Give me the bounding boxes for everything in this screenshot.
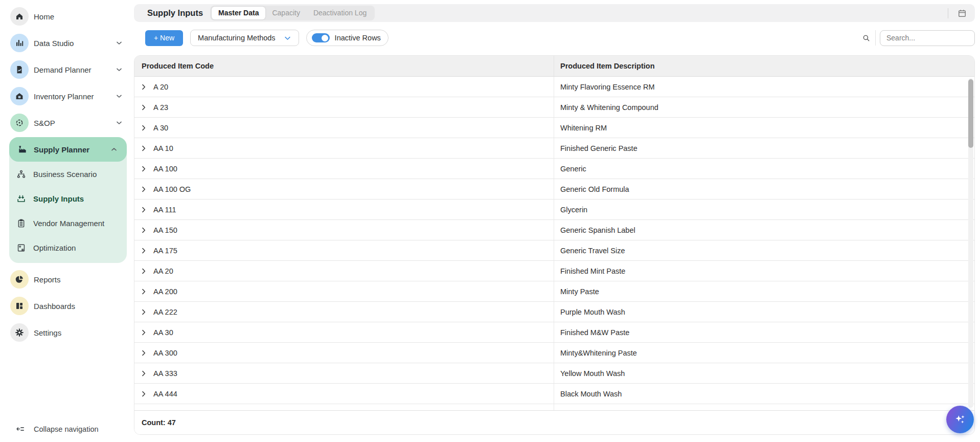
ai-assistant-fab[interactable] xyxy=(946,406,974,433)
sidebar-item-demand-planner[interactable]: Demand Planner xyxy=(0,56,132,83)
sidebar-item-label: Settings xyxy=(34,328,61,337)
expand-row-icon[interactable] xyxy=(140,226,148,234)
item-description: Black Mouth Wash xyxy=(560,390,622,398)
cell-produced-item-code: AA 111 xyxy=(134,200,554,219)
expand-row-icon[interactable] xyxy=(140,288,148,296)
collapse-navigation-label: Collapse navigation xyxy=(34,425,99,433)
sidebar-group-supply-planner: Supply Planner Business Scenario Supply … xyxy=(9,137,127,263)
expand-row-icon[interactable] xyxy=(140,390,148,398)
table-row[interactable]: AA 30Finished M&W Paste xyxy=(134,322,974,343)
cell-produced-item-description: Generic xyxy=(554,159,974,179)
sidebar-item-label: Home xyxy=(34,12,54,21)
toggle-switch[interactable] xyxy=(312,33,330,42)
expand-row-icon[interactable] xyxy=(140,247,148,255)
tab-master-data[interactable]: Master Data xyxy=(212,7,265,19)
chevron-down-icon xyxy=(115,92,123,100)
cell-produced-item-code: AA 333 xyxy=(134,363,554,383)
table-row[interactable]: A 20Minty Flavoring Essence RM xyxy=(134,77,974,97)
item-description: Whitening RM xyxy=(560,124,607,132)
sidebar-item-label: Supply Inputs xyxy=(33,194,84,203)
scrollbar-thumb[interactable] xyxy=(968,79,973,148)
sidebar-item-vendor-management[interactable]: Vendor Management xyxy=(9,211,127,235)
sidebar-item-label: Dashboards xyxy=(34,302,75,311)
cell-produced-item-description: Finished Mint Paste xyxy=(554,261,974,281)
item-code: AA 30 xyxy=(153,328,173,337)
sidebar-item-supply-inputs[interactable]: Supply Inputs xyxy=(9,186,127,211)
sidebar-item-reports[interactable]: Reports xyxy=(0,266,132,293)
item-description: Glycerin xyxy=(560,206,587,214)
cell-produced-item-code: AA 444 xyxy=(134,384,554,404)
expand-row-icon[interactable] xyxy=(140,206,148,214)
table-row[interactable]: AA 10Finished Generic Paste xyxy=(134,138,974,159)
calendar-button[interactable] xyxy=(955,7,969,20)
item-code: AA 300 xyxy=(153,349,177,357)
sidebar-item-supply-planner[interactable]: Supply Planner xyxy=(9,137,127,162)
expand-row-icon[interactable] xyxy=(140,103,148,112)
table-row[interactable]: AA 20Finished Mint Paste xyxy=(134,261,974,281)
table-row[interactable]: AA 333Yellow Mouth Wash xyxy=(134,363,974,384)
new-button[interactable]: + New xyxy=(145,30,183,46)
table-row[interactable]: AA 111Glycerin xyxy=(134,200,974,220)
table-row[interactable]: AA 300Minty&Whitening Paste xyxy=(134,343,974,363)
gear-icon xyxy=(10,323,29,342)
cell-produced-item-description: Minty Flavoring Essence RM xyxy=(554,77,974,97)
tab-deactivation-log[interactable]: Deactivation Log xyxy=(307,7,373,19)
column-header-produced-item-description[interactable]: Produced Item Description xyxy=(554,56,974,76)
dropdown-label: Manufacturing Methods xyxy=(198,34,276,42)
manufacturing-methods-dropdown[interactable]: Manufacturing Methods xyxy=(190,30,299,46)
search-area xyxy=(860,30,975,46)
item-description: Yellow Mouth Wash xyxy=(560,369,625,378)
sop-icon xyxy=(10,114,29,132)
table-row[interactable]: AA 222Purple Mouth Wash xyxy=(134,302,974,322)
expand-row-icon[interactable] xyxy=(140,185,148,193)
expand-row-icon[interactable] xyxy=(140,308,148,316)
expand-row-icon[interactable] xyxy=(140,328,148,337)
sidebar-item-label: Reports xyxy=(34,275,61,284)
expand-row-icon[interactable] xyxy=(140,165,148,173)
table-row[interactable]: AA 175Generic Travel Size xyxy=(134,240,974,261)
item-code: AA 150 xyxy=(153,226,177,234)
cell-produced-item-description: Black Mouth Wash xyxy=(554,384,974,404)
sidebar-item-business-scenario[interactable]: Business Scenario xyxy=(9,162,127,186)
sidebar-item-data-studio[interactable]: Data Studio xyxy=(0,30,132,56)
expand-row-icon[interactable] xyxy=(140,83,148,91)
item-code: AA 175 xyxy=(153,247,177,255)
sidebar-item-home[interactable]: Home xyxy=(0,3,132,30)
expand-row-icon[interactable] xyxy=(140,144,148,152)
reports-icon xyxy=(10,270,29,289)
column-header-produced-item-code[interactable]: Produced Item Code xyxy=(134,56,554,76)
cell-produced-item-code: AA 222 xyxy=(134,302,554,322)
table-row[interactable]: AA 200Minty Paste xyxy=(134,281,974,302)
item-description: Generic xyxy=(560,165,586,173)
table-header-row: Produced Item Code Produced Item Descrip… xyxy=(134,56,974,77)
sidebar-item-dashboards[interactable]: Dashboards xyxy=(0,293,132,319)
partial-row xyxy=(134,404,974,410)
cell-produced-item-code: AA 30 xyxy=(134,322,554,342)
chevron-down-icon xyxy=(115,65,123,74)
table-row[interactable]: A 23Minty & Whitening Compound xyxy=(134,97,974,118)
expand-row-icon[interactable] xyxy=(140,369,148,378)
expand-row-icon[interactable] xyxy=(140,124,148,132)
search-input[interactable] xyxy=(880,30,975,46)
row-count: Count: 47 xyxy=(142,418,176,427)
table-row[interactable]: AA 100Generic xyxy=(134,159,974,179)
tab-strip: Master Data Capacity Deactivation Log xyxy=(210,6,375,20)
expand-row-icon[interactable] xyxy=(140,349,148,357)
table-row[interactable]: AA 100 OGGeneric Old Formula xyxy=(134,179,974,200)
sidebar-item-optimization[interactable]: Optimization xyxy=(9,235,127,260)
table-row[interactable]: AA 444Black Mouth Wash xyxy=(134,384,974,404)
table-row[interactable]: AA 150Generic Spanish Label xyxy=(134,220,974,240)
collapse-arrow-icon xyxy=(15,424,25,434)
sidebar-item-settings[interactable]: Settings xyxy=(0,319,132,346)
sidebar-item-label: Business Scenario xyxy=(33,170,97,179)
expand-row-icon[interactable] xyxy=(140,267,148,275)
app-root: Home Data Studio Demand Planner In xyxy=(0,0,980,442)
tab-capacity[interactable]: Capacity xyxy=(265,7,306,19)
inactive-rows-toggle[interactable]: Inactive Rows xyxy=(306,30,389,46)
sidebar-item-inventory-planner[interactable]: Inventory Planner xyxy=(0,83,132,109)
search-icon[interactable] xyxy=(860,30,876,46)
collapse-navigation-button[interactable]: Collapse navigation xyxy=(15,424,99,434)
table-row[interactable]: A 30Whitening RM xyxy=(134,118,974,138)
sidebar-item-sop[interactable]: S&OP xyxy=(0,109,132,136)
item-code: AA 111 xyxy=(153,206,176,214)
